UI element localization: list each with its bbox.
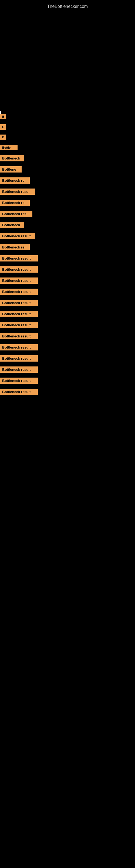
bottleneck-result-item[interactable]: Bottleneck result	[0, 311, 38, 317]
bottleneck-result-item[interactable]: Bottleneck result	[0, 378, 38, 384]
bottleneck-result-item[interactable]: Bottleneck res	[0, 211, 32, 217]
bottleneck-items-list: BEBBottleBottleneckBottleneBottleneck re…	[0, 114, 38, 400]
bottleneck-result-item[interactable]: Bottleneck result	[0, 367, 38, 373]
bottleneck-result-item[interactable]: B	[0, 114, 6, 119]
bottleneck-result-item[interactable]: Bottleneck result	[0, 278, 38, 284]
bottleneck-result-item[interactable]: Bottle	[0, 145, 17, 150]
bottleneck-result-item[interactable]: Bottleneck result	[0, 233, 35, 239]
bottleneck-result-item[interactable]: Bottleneck result	[0, 289, 38, 295]
bottleneck-result-item[interactable]: B	[0, 134, 6, 140]
bottleneck-result-item[interactable]: Bottleneck re	[0, 199, 30, 206]
bottleneck-result-item[interactable]: Bottleneck	[0, 222, 24, 228]
bottleneck-result-item[interactable]: Bottleneck result	[0, 255, 38, 261]
bottleneck-result-item[interactable]: Bottleneck result	[0, 300, 38, 306]
bottleneck-result-item[interactable]: Bottleneck result	[0, 355, 38, 362]
site-title: TheBottlenecker.com	[0, 1, 135, 12]
bottleneck-result-item[interactable]: Bottleneck result	[0, 333, 38, 339]
bottleneck-result-item[interactable]: Bottleneck result	[0, 322, 38, 328]
bottleneck-result-item[interactable]: Bottlene	[0, 166, 21, 173]
bottleneck-result-item[interactable]: Bottleneck result	[0, 267, 38, 273]
bottleneck-result-item[interactable]: E	[0, 124, 6, 130]
bottleneck-result-item[interactable]: Bottleneck result	[0, 389, 38, 395]
bottleneck-result-item[interactable]: Bottleneck result	[0, 344, 38, 350]
bottleneck-result-item[interactable]: Bottleneck resu	[0, 188, 35, 195]
bottleneck-result-item[interactable]: Bottleneck re	[0, 177, 30, 184]
bottleneck-result-item[interactable]: Bottleneck re	[0, 244, 30, 250]
bottleneck-result-item[interactable]: Bottleneck	[0, 155, 24, 161]
